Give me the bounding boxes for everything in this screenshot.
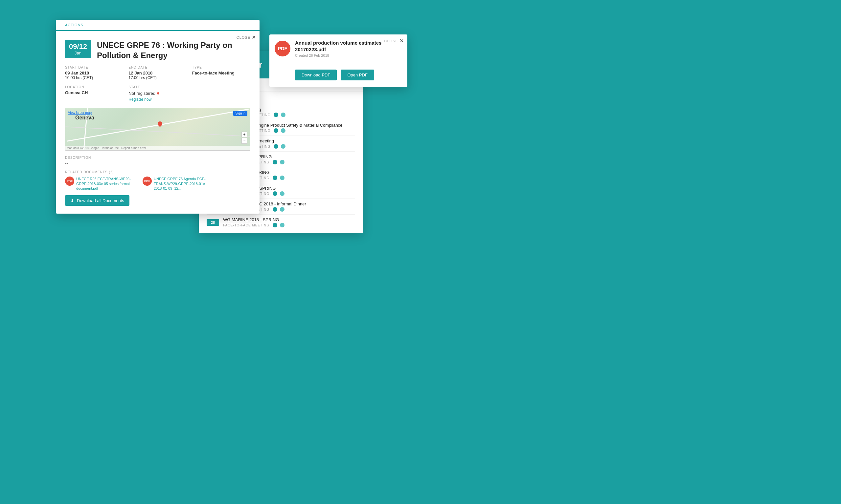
cal-event-icon-2: [280, 207, 285, 212]
end-date-item: END DATE 12 Jan 2018 17:00 hrs (CET): [128, 66, 187, 80]
docs-list: PDF UNECE R96 ECE-TRANS-WP29-GRPE-2018-0…: [65, 177, 250, 191]
actions-tab-label[interactable]: ACTIONS: [65, 20, 83, 31]
type-value: Face-to-face Meeting: [192, 71, 250, 75]
event-title: UNECE GRPE 76 : Working Party on Polluti…: [97, 40, 250, 60]
pdf-close-label: CLOSE: [384, 39, 398, 43]
map-area: Geneva View larger map Sign in + − Map d…: [65, 108, 250, 150]
location-label: LOCATION: [65, 85, 123, 89]
open-pdf-button[interactable]: Open PDF: [341, 70, 374, 80]
event-modal-close-button[interactable]: CLOSE ✕: [237, 34, 256, 40]
calendar-event-row[interactable]: 28 WG MARINE 2018 - SPRING FACE-TO-FACE …: [207, 215, 355, 230]
event-meta-grid: START DATE 09 Jan 2018 10:00 hrs (CET) E…: [65, 66, 250, 102]
cal-event-icon-1: [273, 191, 277, 196]
start-date-item: START DATE 09 Jan 2018 10:00 hrs (CET): [65, 66, 123, 80]
doc2-name[interactable]: UNECE GRPE 76 Agenda ECE-TRANS-WP29-GRPE…: [154, 177, 215, 191]
pdf-viewer-modal: PDF Annual production volume estimates 2…: [269, 34, 407, 87]
type-label: TYPE: [192, 66, 250, 69]
pdf-icon: PDF: [275, 41, 290, 56]
download-pdf-button[interactable]: Download PDF: [295, 70, 337, 80]
cal-event-icon-1: [273, 160, 277, 164]
cal-event-icon-2: [281, 128, 286, 133]
close-label: CLOSE: [237, 35, 250, 39]
cal-event-type: FACE-TO-FACE MEETING: [223, 223, 355, 228]
doc-item-2: PDF UNECE GRPE 76 Agenda ECE-TRANS-WP29-…: [142, 177, 215, 191]
pdf-modal-actions: Download PDF Open PDF: [269, 63, 407, 87]
pdf-modal-close-button[interactable]: CLOSE ✕: [384, 38, 404, 44]
cal-event-icon-1: [274, 144, 278, 149]
pdf-modal-header: PDF Annual production volume estimates 2…: [269, 34, 407, 63]
actions-tab: ACTIONS: [56, 20, 259, 31]
close-x-icon: ✕: [252, 34, 256, 40]
pdf-file-meta: Created 26 Feb 2018: [295, 53, 402, 57]
map-sign-in-button[interactable]: Sign in: [233, 111, 247, 116]
doc1-pdf-badge: PDF: [65, 177, 74, 186]
event-modal-body: START DATE 09 Jan 2018 10:00 hrs (CET) E…: [56, 66, 259, 214]
event-detail-modal: ACTIONS 09/12 Jan UNECE GRPE 76 : Workin…: [56, 20, 259, 214]
map-road-3: [65, 127, 250, 137]
description-section: DESCRIPTION --: [65, 156, 250, 166]
event-date-badge: 09/12 Jan: [65, 40, 91, 58]
pdf-close-icon: ✕: [399, 38, 404, 44]
related-docs-section: RELATED DOCUMENTS (2) PDF UNECE R96 ECE-…: [65, 170, 250, 206]
description-text: --: [65, 161, 250, 166]
state-text: Not registered: [128, 91, 155, 96]
cal-event-date: 28: [207, 219, 219, 226]
state-value: Not registered ●: [128, 90, 187, 96]
status-dot-icon: ●: [157, 90, 160, 96]
download-icon: ⬇: [70, 198, 74, 203]
cal-event-icon-2: [280, 160, 285, 164]
map-zoom-controls: + −: [241, 131, 247, 144]
map-visual: Geneva View larger map Sign in + − Map d…: [65, 108, 250, 150]
end-time-value: 17:00 hrs (CET): [128, 75, 187, 80]
cal-event-icon-2: [280, 191, 285, 196]
cal-event-icon-1: [273, 223, 277, 228]
doc1-name[interactable]: UNECE R96 ECE-TRANS-WP29-GRPE-2018-03e 0…: [76, 177, 137, 191]
type-item: TYPE Face-to-face Meeting: [192, 66, 250, 80]
cal-event-info: WG MARINE 2018 - SPRING FACE-TO-FACE MEE…: [223, 217, 355, 228]
cal-event-icon-1: [273, 176, 277, 180]
state-label: STATE: [128, 85, 187, 89]
map-view-larger-link[interactable]: View larger map: [68, 111, 92, 114]
start-date-label: START DATE: [65, 66, 123, 69]
download-all-label: Download all Documents: [77, 198, 124, 203]
map-zoom-out-button[interactable]: −: [241, 138, 247, 144]
event-modal-header: 09/12 Jan UNECE GRPE 76 : Working Party …: [56, 31, 259, 66]
event-date-day: 09/12: [69, 43, 87, 51]
cal-event-icon-2: [281, 112, 286, 117]
state-item: STATE Not registered ● Register now: [128, 85, 187, 102]
cal-event-icon-1: [273, 207, 277, 212]
download-all-button[interactable]: ⬇ Download all Documents: [65, 195, 130, 206]
location-item: LOCATION Geneva CH: [65, 85, 123, 102]
map-city-label: Geneva: [75, 115, 94, 121]
end-date-label: END DATE: [128, 66, 187, 69]
cal-event-icon-2: [281, 144, 286, 149]
description-label: DESCRIPTION: [65, 156, 250, 160]
cal-event-icon-2: [280, 176, 285, 180]
map-zoom-in-button[interactable]: +: [241, 131, 247, 138]
cal-event-icon-1: [274, 128, 278, 133]
register-now-link[interactable]: Register now: [128, 97, 152, 102]
start-time-value: 10:00 hrs (CET): [65, 75, 123, 80]
start-date-value: 09 Jan 2018: [65, 71, 123, 75]
end-date-value: 12 Jan 2018: [128, 71, 187, 75]
event-date-month: Jan: [69, 51, 87, 55]
cal-event-name: WG MARINE 2018 - SPRING: [223, 217, 355, 222]
map-attribution: Map data ©2018 Google · Terms of Use · R…: [65, 146, 250, 150]
related-docs-label: RELATED DOCUMENTS (2): [65, 170, 250, 174]
cal-event-icon-2: [280, 223, 285, 228]
doc2-pdf-badge: PDF: [142, 177, 152, 186]
map-pin-icon: [158, 121, 163, 127]
cal-event-icon-1: [274, 112, 278, 117]
location-value: Geneva CH: [65, 90, 123, 95]
doc-item-1: PDF UNECE R96 ECE-TRANS-WP29-GRPE-2018-0…: [65, 177, 137, 191]
